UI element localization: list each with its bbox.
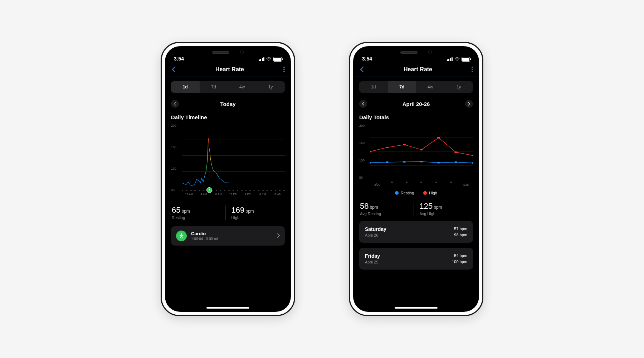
back-button[interactable]	[359, 66, 364, 73]
battery-icon	[273, 57, 282, 62]
more-button[interactable]	[472, 67, 473, 72]
svg-point-28	[454, 151, 457, 153]
svg-point-20	[437, 162, 440, 163]
activity-title: Cardio	[191, 231, 273, 236]
day-date: April 25	[365, 260, 380, 264]
svg-point-9	[472, 67, 473, 68]
day-card[interactable]: SaturdayApril 2657 bpm98 bpm	[359, 221, 473, 243]
header: Heart Rate	[354, 62, 478, 77]
daily-totals-chart[interactable]: 20015010050 4/204/26	[359, 124, 473, 187]
chart-legend: Resting High	[354, 191, 478, 195]
seg-1d[interactable]: 1d	[171, 81, 200, 93]
date-nav: Today	[166, 98, 290, 109]
wifi-icon	[454, 57, 460, 61]
svg-point-8	[181, 233, 182, 234]
date-nav: April 20-26	[354, 98, 478, 109]
stats-row: 65bpm Resting 169bpm High	[171, 205, 285, 220]
day-resting: 57 bpm	[454, 226, 467, 232]
svg-point-2	[283, 71, 285, 72]
daily-timeline-chart[interactable]: 20016513095 12 AM4 AM8 AM12 PM4 PM8 PM12…	[171, 124, 285, 199]
date-label: Today	[220, 101, 235, 107]
battery-icon	[462, 57, 470, 62]
range-segmented-control[interactable]: 1d 7d 4w 1y	[359, 81, 473, 93]
svg-point-17	[386, 161, 389, 163]
svg-point-18	[403, 161, 406, 163]
back-button[interactable]	[171, 66, 176, 73]
day-card[interactable]: FridayApril 2554 bpm100 bpm	[359, 248, 473, 270]
legend-resting: Resting	[395, 191, 414, 195]
svg-point-11	[472, 71, 473, 72]
stat-high: 169bpm High	[225, 205, 285, 220]
svg-point-10	[472, 69, 473, 70]
day-date: April 26	[365, 233, 386, 237]
stat-resting: 65bpm Resting	[171, 205, 225, 220]
svg-point-27	[437, 137, 440, 139]
phone-frame-2: 3:54 Heart Rate 1d 7d 4w 1y A	[349, 42, 483, 316]
seg-7d[interactable]: 7d	[388, 81, 416, 93]
svg-point-24	[386, 147, 389, 148]
home-indicator[interactable]	[206, 307, 249, 309]
svg-point-26	[420, 149, 423, 150]
range-segmented-control[interactable]: 1d 7d 4w 1y	[171, 81, 285, 93]
stats-row: 58bpm Avg Resting 125bpm Avg High	[359, 202, 473, 216]
seg-1d[interactable]: 1d	[359, 81, 388, 93]
svg-point-29	[472, 155, 473, 156]
date-prev-button[interactable]	[171, 100, 179, 108]
day-high: 98 bpm	[454, 232, 467, 238]
cellular-icon	[447, 57, 453, 61]
activity-card[interactable]: Cardio 1:00:04 · 0.00 mi	[171, 226, 285, 246]
day-high: 100 bpm	[452, 259, 467, 265]
activity-subtitle: 1:00:04 · 0.00 mi	[191, 237, 273, 241]
svg-point-22	[472, 162, 473, 164]
seg-1y[interactable]: 1y	[257, 81, 285, 93]
status-time: 3:54	[174, 56, 184, 62]
stat-avg-resting: 58bpm Avg Resting	[359, 202, 414, 216]
svg-point-0	[283, 67, 285, 68]
legend-high: High	[423, 191, 437, 195]
svg-point-21	[454, 161, 457, 163]
section-title: Daily Totals	[354, 114, 478, 120]
day-resting: 54 bpm	[452, 253, 467, 259]
page-title: Heart Rate	[215, 66, 244, 73]
date-prev-button[interactable]	[359, 100, 367, 108]
day-name: Saturday	[365, 226, 386, 232]
seg-7d[interactable]: 7d	[200, 81, 228, 93]
header: Heart Rate	[166, 62, 290, 77]
svg-point-1	[283, 69, 285, 70]
svg-point-16	[370, 162, 371, 163]
wifi-icon	[266, 57, 272, 61]
activity-marker-icon	[206, 187, 212, 193]
date-label: April 20-26	[402, 101, 430, 107]
date-next-button[interactable]	[465, 100, 473, 108]
day-name: Friday	[365, 253, 380, 259]
stat-avg-high: 125bpm Avg High	[414, 202, 473, 216]
section-title: Daily Timeline	[166, 114, 290, 120]
page-title: Heart Rate	[404, 66, 432, 73]
seg-1y[interactable]: 1y	[445, 81, 473, 93]
chevron-right-icon	[277, 233, 280, 239]
home-indicator[interactable]	[395, 307, 438, 309]
seg-4w[interactable]: 4w	[228, 81, 257, 93]
activity-icon	[176, 231, 187, 241]
seg-4w[interactable]: 4w	[416, 81, 445, 93]
phone-frame-1: 3:54 Heart Rate 1d 7d 4w 1y T	[161, 42, 295, 316]
svg-point-19	[420, 161, 423, 162]
more-button[interactable]	[283, 67, 285, 72]
status-time: 3:54	[362, 56, 372, 62]
cellular-icon	[259, 57, 265, 61]
svg-point-25	[403, 144, 406, 145]
